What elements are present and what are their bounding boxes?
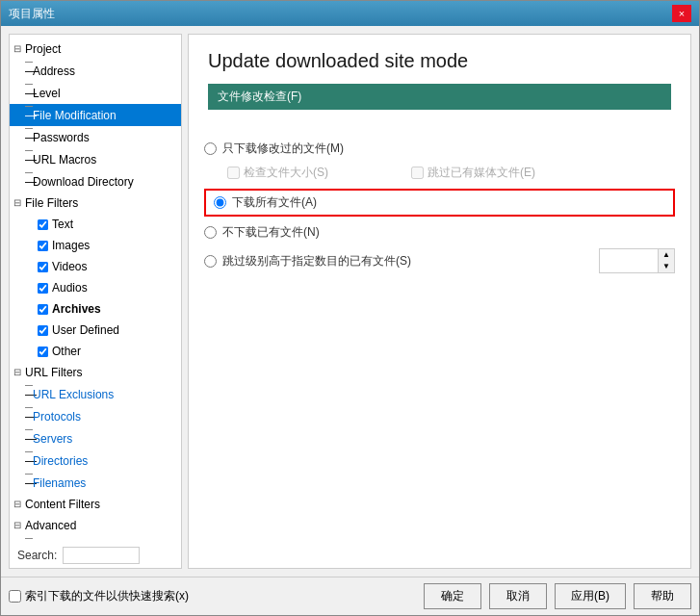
filter-checkbox-videos[interactable] [38,261,48,271]
right-content: 只下载修改过的文件(M) 检查文件大小(S) 跳过已有媒体文件(E) [189,133,690,289]
bottom-bar: 索引下载的文件以供快速搜索(x) 确定 取消 应用(B) 帮助 [1,577,699,615]
index-checkbox[interactable] [9,590,21,603]
check-size-item: 检查文件大小(S) [227,165,328,181]
tree-item-user-defined[interactable]: User Defined [10,320,181,341]
tree-item-project[interactable]: ⊟Project [10,38,181,60]
filter-checkbox-audios[interactable] [38,282,48,293]
highlighted-radio-row: 下载所有文件(A) [204,189,675,217]
cancel-button[interactable]: 取消 [489,583,547,609]
tree-item-label: URL Exclusions [33,386,114,403]
tree-item-label: Text [52,216,73,233]
tree-item-passwords[interactable]: —Passwords [10,126,181,148]
close-button[interactable]: × [672,5,691,22]
spinbox-down-button[interactable]: ▼ [659,261,674,272]
dialog-title: 项目属性 [9,6,55,22]
filter-checkbox-images[interactable] [38,240,48,250]
tree-wrapper: ⊟Project—Address—Level—File Modification… [10,38,181,564]
spinbox-input[interactable]: 0 [600,252,658,270]
tree-item-archives[interactable]: Archives [10,298,181,320]
tree-item-limits[interactable]: —Limits [10,536,181,543]
title-bar: 项目属性 × [1,1,699,26]
skip-media-checkbox[interactable] [411,167,424,179]
tree-item-servers[interactable]: —Servers [10,427,181,449]
radio-download-all[interactable] [214,196,226,209]
filter-checkbox-user-defined[interactable] [38,324,48,335]
tree-area: ⊟Project—Address—Level—File Modification… [10,38,181,543]
tree-item-label: URL Macros [33,151,96,168]
spinbox: 0 ▲ ▼ [599,248,675,273]
tree-item-url-macros[interactable]: —URL Macros [10,148,181,170]
spinbox-up-button[interactable]: ▲ [659,249,674,261]
radio-row-3: 不下载已有文件(N) [204,224,675,241]
check-size-checkbox[interactable] [227,167,240,179]
radio-row-4: 跳过级别高于指定数目的已有文件(S) 0 ▲ ▼ [204,248,675,273]
tree-item-download-directory[interactable]: —Download Directory [10,170,181,192]
radio-only-modified[interactable] [204,142,217,155]
right-header: Update downloaded site mode 文件修改检查(F) [189,35,690,133]
tree-item-label: Directories [33,452,88,470]
tree-item-label: Address [33,63,75,80]
search-label: Search: [17,549,57,562]
tree-item-url-filters[interactable]: ⊟URL Filters [10,362,181,383]
filter-checkbox-text[interactable] [38,218,48,229]
right-panel: Update downloaded site mode 文件修改检查(F) 只下… [188,34,691,569]
tree-item-label: Protocols [33,408,81,425]
tree-expand-icon: ⊟ [13,364,25,381]
radio-no-existing[interactable] [204,226,217,239]
check-size-label: 检查文件大小(S) [244,165,328,181]
search-input[interactable] [63,547,140,564]
tree-item-text[interactable]: Text [10,214,181,235]
radio-label-4: 跳过级别高于指定数目的已有文件(S) [222,253,411,270]
tree-expand-icon: ⊟ [13,496,25,513]
tree-item-protocols[interactable]: —Protocols [10,405,181,427]
filter-checkbox-other[interactable] [38,346,48,356]
radio-skip-level[interactable] [204,255,217,268]
tree-item-label: Download Directory [33,173,134,191]
tree-item-label: File Filters [25,194,78,212]
tree-item-label: Passwords [33,129,90,146]
tree-item-label: Videos [52,258,87,275]
tree-item-label: Content Filters [25,496,100,513]
tree-item-filenames[interactable]: —Filenames [10,472,181,494]
tree-item-label: Images [52,237,90,254]
skip-media-label: 跳过已有媒体文件(E) [428,165,535,181]
radio-label-3: 不下载已有文件(N) [222,224,320,241]
tree-item-videos[interactable]: Videos [10,256,181,277]
spinbox-buttons: ▲ ▼ [658,249,674,272]
tree-item-label: Filenames [33,475,86,492]
tree-item-content-filters[interactable]: ⊟Content Filters [10,494,181,515]
tree-item-level[interactable]: —Level [10,82,181,104]
bottom-checkbox-area: 索引下载的文件以供快速搜索(x) [9,588,416,604]
tree-expand-icon: ⊟ [13,517,25,534]
tree-item-audios[interactable]: Audios [10,277,181,298]
index-label: 索引下载的文件以供快速搜索(x) [25,588,189,604]
tree-item-label: File Modification [33,107,117,124]
tree-item-address[interactable]: —Address [10,60,181,82]
tree-item-label: Servers [33,430,72,448]
tree-item-label: Other [52,343,81,360]
tree-item-file-filters[interactable]: ⊟File Filters [10,192,181,214]
main-dialog: 项目属性 × ⊟Project—Address—Level—File Modif… [0,0,700,616]
tree-item-other[interactable]: Other [10,341,181,362]
left-tree-panel: ⊟Project—Address—Level—File Modification… [9,34,182,569]
tree-item-advanced[interactable]: ⊟Advanced [10,515,181,536]
tree-item-images[interactable]: Images [10,235,181,256]
radio-label-2: 下载所有文件(A) [232,194,317,211]
tree-item-label: Archives [52,300,101,318]
dialog-body: ⊟Project—Address—Level—File Modification… [1,26,699,577]
tree-item-directories[interactable]: —Directories [10,449,181,472]
tree-item-label: URL Filters [25,364,83,381]
help-button[interactable]: 帮助 [634,583,691,609]
radio-label-1: 只下载修改过的文件(M) [222,141,344,157]
tree-item-url-exclusions[interactable]: —URL Exclusions [10,383,181,405]
confirm-button[interactable]: 确定 [424,583,481,609]
section-header: 文件修改检查(F) [208,84,671,110]
panel-title: Update downloaded site mode [208,50,671,72]
radio-row-1: 只下载修改过的文件(M) [204,141,675,157]
sub-options-row: 检查文件大小(S) 跳过已有媒体文件(E) [227,165,675,181]
radio-row-4-inner: 跳过级别高于指定数目的已有文件(S) [204,253,411,270]
filter-checkbox-archives[interactable] [38,303,48,314]
apply-button[interactable]: 应用(B) [555,583,626,609]
tree-item-file-modification[interactable]: —File Modification [10,104,181,126]
tree-item-label: Project [25,40,61,58]
